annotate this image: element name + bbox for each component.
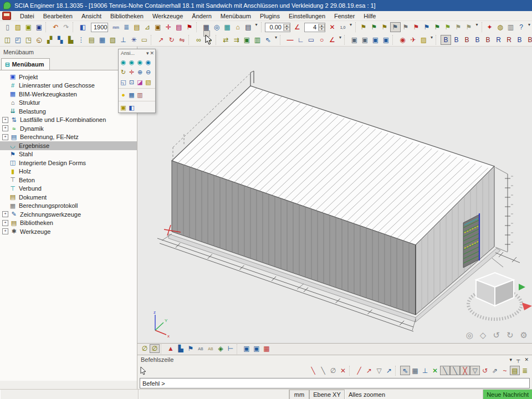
dropdown-arrow-icon[interactable]: ▾ xyxy=(254,22,259,32)
tree-item[interactable]: + ▦ Berechnungsprotokoll xyxy=(0,202,137,211)
member-b5-icon[interactable]: B xyxy=(483,35,493,45)
labels-flag-icon[interactable]: ⚑ xyxy=(186,344,196,353)
panel-close-icon[interactable]: ✕ xyxy=(524,357,529,362)
expand-icon[interactable]: + xyxy=(2,134,8,140)
draw-rectangle-icon[interactable]: ▭ xyxy=(306,35,316,45)
dropdown-arrow-icon[interactable]: ▾ xyxy=(526,22,532,32)
project-select[interactable]: 19006 Tennis-Nohe ▾ xyxy=(91,23,108,32)
layers-icon[interactable]: ≣ xyxy=(121,22,132,32)
snap-mode-7-icon[interactable]: ~ xyxy=(500,366,510,375)
snap-list-icon[interactable]: ≣ xyxy=(520,366,530,375)
new-wall-icon[interactable]: ▚ xyxy=(55,35,65,45)
new-support-icon[interactable]: ⊥ xyxy=(118,35,129,45)
find-icon[interactable]: ◍ xyxy=(495,22,505,32)
clipping-plane-icon[interactable]: ✈ xyxy=(408,35,418,45)
activity-flag-5-icon[interactable]: ⚑ xyxy=(401,22,411,32)
shading-bulb-icon[interactable]: ● xyxy=(119,90,127,100)
menu-item[interactable]: Plugins xyxy=(255,12,284,21)
tab-menubaum[interactable]: ⊟ Menübaum xyxy=(1,58,50,70)
new-truss-icon[interactable]: ▦ xyxy=(97,35,108,45)
expand-icon[interactable]: + xyxy=(2,211,8,217)
draw-angle-icon[interactable]: ∠ xyxy=(327,35,337,45)
snap-arc-icon[interactable]: ↗ xyxy=(364,366,374,375)
view-palette[interactable]: Ansi... ▾ ✕ ◉◉◉◉↻✛⊕⊖◱⊡◪▧●▦▥▣◧ xyxy=(118,49,156,113)
new-beam-icon[interactable]: ◰ xyxy=(13,35,23,45)
zoom-selection-icon[interactable]: ◪ xyxy=(136,77,144,87)
tree-item[interactable]: + ▣ Projekt xyxy=(0,73,137,81)
activity-flag-8-icon[interactable]: ⚑ xyxy=(432,22,443,32)
menu-item[interactable]: Einstellungen xyxy=(284,12,330,21)
snap-circle-icon[interactable]: ∅ xyxy=(328,366,338,375)
palette-header[interactable]: Ansi... ▾ ✕ xyxy=(119,49,155,57)
dropdown-arrow-icon[interactable]: ▾ xyxy=(474,22,480,32)
activity-flag-9-icon[interactable]: ⚑ xyxy=(443,22,453,32)
view-parameters-icon[interactable]: ▣ xyxy=(242,344,252,353)
zoom-all-icon[interactable]: ⊡ xyxy=(127,77,136,87)
snap-polygon-icon[interactable]: ▽ xyxy=(374,366,384,375)
palette-dropdown-icon[interactable]: ▾ xyxy=(146,50,149,56)
rotate-view-icon[interactable]: ↻ xyxy=(119,67,127,77)
measure-icon[interactable]: ▥ xyxy=(505,22,516,32)
pan-view-icon[interactable]: ✛ xyxy=(127,67,136,77)
tree-item[interactable]: + ▤ Berechnung, FE-Netz xyxy=(0,133,137,142)
expand-icon[interactable]: + xyxy=(2,220,8,226)
new-plate-icon[interactable]: ▞ xyxy=(44,35,55,45)
abc-values-icon[interactable]: AB xyxy=(206,344,216,353)
tree-item[interactable]: + ✱ Werkzeuge xyxy=(0,227,137,236)
move-icon[interactable]: ↗ xyxy=(156,35,166,45)
view-x-icon[interactable]: ◉ xyxy=(119,57,127,67)
menu-item[interactable]: Datei xyxy=(16,12,39,21)
section-icon[interactable]: ▤ xyxy=(174,22,185,32)
internal-node-icon[interactable]: ✳ xyxy=(129,35,139,45)
zoom-in-icon[interactable]: ⊕ xyxy=(136,67,144,77)
project-browser-icon[interactable]: ◧ xyxy=(78,22,88,32)
visibility-pair-1-icon[interactable]: ∞ xyxy=(193,35,204,45)
copy-add-icon[interactable]: ▣ xyxy=(242,35,252,45)
spinner-arrows-icon[interactable]: ▲▼ xyxy=(283,24,290,31)
snap-endpoint-icon[interactable]: ╲ xyxy=(308,366,318,375)
activity-flag-6-icon[interactable]: ⚑ xyxy=(411,22,422,32)
new-project-icon[interactable]: ▯ xyxy=(2,22,13,32)
snap-line-icon[interactable]: ╱ xyxy=(354,366,364,375)
rotation-angle-icon[interactable]: ∠ xyxy=(292,22,303,32)
fe-mesh-icon[interactable]: ◈ xyxy=(216,344,226,353)
panel-collapse-icon[interactable]: ▾ xyxy=(510,357,513,362)
new-column-icon[interactable]: ◳ xyxy=(23,35,34,45)
offset-spinner[interactable]: 0.00 ▲▼ xyxy=(265,23,290,32)
expand-icon[interactable]: + xyxy=(2,117,8,123)
paste-link-icon[interactable]: ▣ xyxy=(381,35,391,45)
snap-grid-icon[interactable]: ▦ xyxy=(410,366,420,375)
activity-flag-2-icon[interactable]: ⚑ xyxy=(369,22,380,32)
cursor-snap-setting-icon[interactable]: ⇖ xyxy=(400,366,410,375)
whats-this-help-icon[interactable]: ? xyxy=(516,22,526,32)
snap-table-icon[interactable]: ▤ xyxy=(510,366,520,375)
expand-icon[interactable]: + xyxy=(2,228,8,234)
view-settings-gear-icon[interactable]: ⚙ xyxy=(520,330,528,340)
member-b4-icon[interactable]: B xyxy=(472,35,483,45)
tree-item[interactable]: + ▤ Bibliotheken xyxy=(0,219,137,228)
render-solid-icon[interactable]: ∅ xyxy=(150,344,160,353)
iso-view-corner-icon[interactable]: ◇ xyxy=(480,330,487,340)
image-copy-icon[interactable]: ▥ xyxy=(136,90,144,100)
table-results-icon[interactable]: ▦ xyxy=(222,22,233,32)
clipboard-view-icon[interactable]: ▣ xyxy=(119,103,127,112)
orbit-right-corner-icon[interactable]: ↻ xyxy=(507,330,514,340)
palette-close-icon[interactable]: ✕ xyxy=(150,50,154,56)
multicopy-icon[interactable]: ▥ xyxy=(252,35,263,45)
snap-midpoint-icon[interactable]: ╲ xyxy=(318,366,328,375)
new-node-icon[interactable]: ◫ xyxy=(2,35,13,45)
tree-item[interactable]: + ≈ Dynamik xyxy=(0,124,137,133)
snap-intersection-icon[interactable]: ✕ xyxy=(338,366,348,375)
snap-mode-6-icon[interactable]: ⇗ xyxy=(490,366,500,375)
draw-perpendicular-icon[interactable]: ∟ xyxy=(295,35,306,45)
move-node-icon[interactable]: ⇄ xyxy=(221,35,231,45)
mirror-icon[interactable]: ⇋ xyxy=(177,35,187,45)
new-rib-icon[interactable]: ⋮ xyxy=(76,35,86,45)
member-b3-icon[interactable]: B xyxy=(462,35,472,45)
pointer-mode-icon[interactable] xyxy=(140,366,146,375)
network-icon[interactable]: ✛ xyxy=(163,22,174,32)
paste-2-icon[interactable]: ▣ xyxy=(360,35,370,45)
member-b7-icon[interactable]: R xyxy=(504,35,514,45)
print-preview-icon[interactable]: ◎ xyxy=(212,22,222,32)
image-settings-icon[interactable]: ▦ xyxy=(127,90,136,100)
